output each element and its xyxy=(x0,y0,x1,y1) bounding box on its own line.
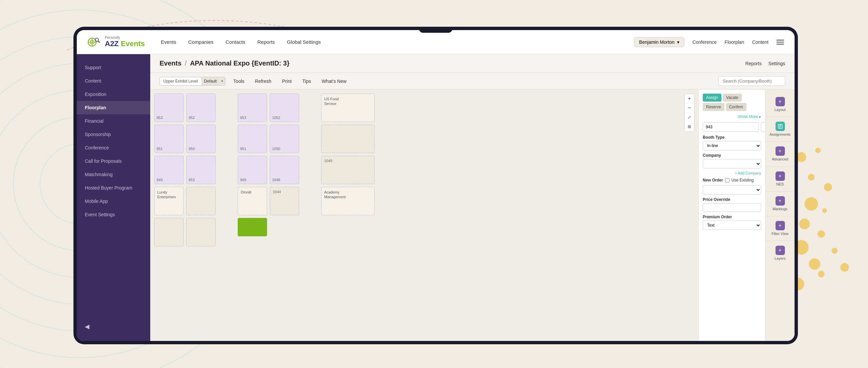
floorplan-map[interactable]: + − ⤢ ⊞ 853 952 953 xyxy=(150,90,699,341)
new-order-select[interactable] xyxy=(703,185,761,195)
user-dropdown-arrow: ▾ xyxy=(677,39,679,45)
booth-853-r3[interactable]: 853 xyxy=(186,156,216,184)
sidebar-item-call-for-proposals[interactable]: Call for Proposals xyxy=(77,154,150,168)
nav-floorplan[interactable]: Floorplan xyxy=(725,39,744,45)
nav-global-settings[interactable]: Global Settings xyxy=(287,39,321,45)
header-actions: Reports Settings xyxy=(745,61,785,66)
zoom-out-button[interactable]: − xyxy=(685,103,694,113)
layers-icon: + xyxy=(776,246,785,255)
booth-1048[interactable]: 1048 xyxy=(270,156,299,184)
user-menu-button[interactable]: Benjamin Morton ▾ xyxy=(634,37,684,47)
booth-851[interactable]: 851 xyxy=(154,125,184,153)
price-override-input[interactable] xyxy=(703,203,761,212)
booth-empty-r5a[interactable] xyxy=(154,218,184,246)
breadcrumb-events[interactable]: Events xyxy=(160,59,182,67)
booth-849[interactable]: 849 xyxy=(154,156,184,184)
booth-1049[interactable]: 1049 xyxy=(321,156,375,184)
booth-949[interactable]: 949 xyxy=(238,156,267,184)
vacate-button[interactable]: Vacate xyxy=(723,93,741,102)
booth-empty-r4b[interactable] xyxy=(186,187,216,215)
sidebar-item-content[interactable]: Content xyxy=(77,74,150,88)
use-existing-checkbox[interactable] xyxy=(725,178,730,182)
breadcrumb: Events / APA National Expo {EventID: 3} xyxy=(160,59,289,67)
sidebar-item-conference[interactable]: Conference xyxy=(77,141,150,154)
floorplan-container: + − ⤢ ⊞ 853 952 953 xyxy=(150,90,795,341)
svg-point-10 xyxy=(808,174,814,180)
sidebar-item-hosted-buyer-program[interactable]: Hosted Buyer Program xyxy=(77,181,150,195)
booth-1044[interactable]: 1044 xyxy=(270,187,299,215)
booth-950[interactable]: 950 xyxy=(186,125,216,153)
nav-companies[interactable]: Companies xyxy=(188,39,214,45)
booth-omnitr[interactable]: Omnitr xyxy=(238,187,267,215)
sidebar-item-matchmaking[interactable]: Matchmaking xyxy=(77,168,150,181)
booth-us-food-service[interactable]: US FoodService xyxy=(321,93,375,122)
booth-lundy-enterprises[interactable]: LundyEnterprises xyxy=(154,187,184,215)
nes-label: NES xyxy=(776,182,784,187)
sidebar-item-exposition[interactable]: Exposition xyxy=(77,88,150,101)
sidebar-item-event-settings[interactable]: Event Settings xyxy=(77,208,150,221)
right-assignment-panel: Assign Vacate Reserve Confirm Show More … xyxy=(699,90,765,341)
booth-953[interactable]: 953 xyxy=(238,93,267,122)
svg-point-18 xyxy=(822,208,827,213)
icon-panel-assignments[interactable]: Assignments xyxy=(766,117,795,142)
confirm-button[interactable]: Confirm xyxy=(726,103,746,111)
toolbar-tools-button[interactable]: Tools xyxy=(231,77,247,85)
toolbar-whats-new-button[interactable]: What's New xyxy=(319,77,349,85)
svg-point-21 xyxy=(817,230,825,238)
add-company-link[interactable]: + Add Company xyxy=(703,171,761,175)
zoom-expand-button[interactable]: ⤢ xyxy=(685,113,694,122)
booth-empty-r5b[interactable] xyxy=(186,218,216,246)
booth-1050[interactable]: 1050 xyxy=(270,125,299,153)
toolbar-refresh-button[interactable]: Refresh xyxy=(252,77,274,85)
premium-order-select[interactable]: Text xyxy=(703,221,761,230)
booth-951[interactable]: 951 xyxy=(238,125,267,153)
sidebar-item-mobile-app[interactable]: Mobile App xyxy=(77,195,150,208)
svg-point-14 xyxy=(805,197,818,210)
nav-content[interactable]: Content xyxy=(752,39,769,45)
booth-id-input[interactable] xyxy=(703,122,759,132)
booth-type-select[interactable]: In-line xyxy=(703,141,761,150)
exhibit-level-label: Upper Exhibit Level xyxy=(160,77,201,85)
svg-point-17 xyxy=(799,219,810,229)
nav-conference[interactable]: Conference xyxy=(692,39,716,45)
nav-contacts[interactable]: Contacts xyxy=(226,39,245,45)
icon-panel-layout[interactable]: + Layout xyxy=(766,92,795,117)
booth-853-r1[interactable]: 853 xyxy=(154,93,184,122)
sidebar-back-button[interactable]: ◀ xyxy=(77,319,150,334)
icon-panel-markings[interactable]: + Markings xyxy=(766,192,795,216)
hamburger-menu[interactable] xyxy=(777,40,784,45)
filter-view-icon: + xyxy=(776,221,785,230)
exhibit-level-selector[interactable]: Upper Exhibit Level Default ▾ xyxy=(160,77,225,86)
main-container: Support Content Exposition Floorplan Fin… xyxy=(77,54,795,341)
sidebar-item-floorplan[interactable]: Floorplan xyxy=(77,101,150,114)
toolbar-tips-button[interactable]: Tips xyxy=(300,77,314,85)
assign-button[interactable]: Assign xyxy=(703,93,721,102)
icon-panel-nes[interactable]: + NES xyxy=(766,167,795,192)
sidebar-item-financial[interactable]: Financial xyxy=(77,114,150,128)
reserve-button[interactable]: Reserve xyxy=(703,103,724,111)
assignments-label: Assignments xyxy=(770,132,790,137)
booth-1052[interactable]: 1052 xyxy=(270,93,299,122)
show-more-link[interactable]: Show More ▸ xyxy=(703,114,761,119)
toolbar-print-button[interactable]: Print xyxy=(279,77,294,85)
zoom-in-button[interactable]: + xyxy=(685,94,694,103)
svg-point-24 xyxy=(832,248,838,254)
sidebar-item-support[interactable]: Support xyxy=(77,61,150,74)
zoom-fit-button[interactable]: ⊞ xyxy=(685,122,694,131)
booth-952[interactable]: 952 xyxy=(186,93,216,122)
icon-panel-advanced[interactable]: + Advanced xyxy=(766,142,795,166)
booth-green-r5[interactable] xyxy=(238,218,267,236)
sidebar-item-sponsorship[interactable]: Sponsorship xyxy=(77,128,150,141)
icon-panel-filter-view[interactable]: + Filter View xyxy=(766,216,795,241)
booth-size-select[interactable]: 10,000 sq ft xyxy=(761,122,765,132)
nav-events[interactable]: Events xyxy=(161,39,176,45)
search-input[interactable] xyxy=(718,76,785,86)
header-reports-link[interactable]: Reports xyxy=(745,61,762,66)
layout-icon: + xyxy=(776,97,785,106)
header-settings-link[interactable]: Settings xyxy=(768,61,785,66)
booth-empty-r2[interactable] xyxy=(321,125,375,153)
icon-panel-layers[interactable]: + Layers xyxy=(766,241,795,265)
company-select[interactable] xyxy=(703,159,761,168)
nav-reports[interactable]: Reports xyxy=(257,39,275,45)
booth-academy-management[interactable]: AcademyManagement xyxy=(321,187,375,215)
